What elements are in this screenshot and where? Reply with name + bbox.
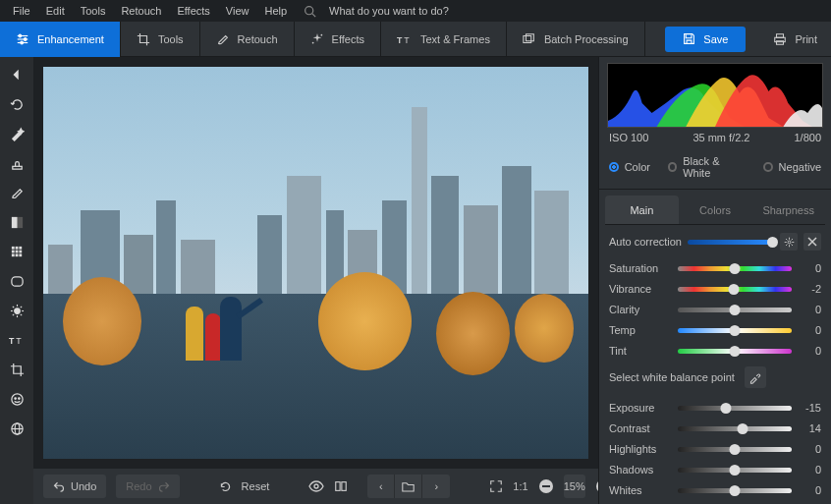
tab-tools[interactable]: Tools xyxy=(121,22,200,57)
radio-bw[interactable] xyxy=(668,162,678,172)
reset-icon xyxy=(219,480,232,493)
redo-button[interactable]: Redo xyxy=(116,475,179,498)
text-tool-icon[interactable]: TT xyxy=(7,330,27,350)
menu-effects[interactable]: Effects xyxy=(170,2,216,20)
slider-exposure[interactable] xyxy=(678,406,792,411)
compare-toggle[interactable] xyxy=(334,475,348,498)
menu-file[interactable]: File xyxy=(6,2,37,20)
slider-clarity[interactable] xyxy=(678,308,792,312)
slider-contrast-value: 14 xyxy=(800,422,821,434)
ptab-main[interactable]: Main xyxy=(605,196,679,224)
paint-brush-icon[interactable] xyxy=(7,183,27,202)
reset-button[interactable] xyxy=(219,475,232,498)
stamp-icon[interactable] xyxy=(7,153,27,173)
tab-effects-label: Effects xyxy=(332,33,364,45)
mode-color-label: Color xyxy=(625,161,650,173)
print-button[interactable]: Print xyxy=(759,32,831,46)
rotate-icon[interactable] xyxy=(7,94,27,114)
svg-rect-24 xyxy=(15,250,18,252)
wand-icon[interactable] xyxy=(7,124,27,143)
menu-edit[interactable]: Edit xyxy=(39,2,72,20)
globe-icon[interactable] xyxy=(7,419,27,438)
zoom-out[interactable] xyxy=(538,475,554,498)
ptab-sharpness[interactable]: Sharpness xyxy=(751,196,825,224)
print-label: Print xyxy=(795,33,817,45)
undo-icon xyxy=(53,480,65,492)
eyedropper-button[interactable] xyxy=(745,366,766,388)
preview-toggle[interactable] xyxy=(308,475,324,498)
svg-rect-28 xyxy=(19,253,22,256)
svg-rect-29 xyxy=(11,276,22,285)
fit-screen[interactable] xyxy=(489,475,503,498)
slider-vibrance-label: Vibrance xyxy=(609,283,670,295)
crop-tool-icon[interactable] xyxy=(7,360,27,379)
slider-temp[interactable] xyxy=(678,328,792,333)
zoom-level[interactable]: 15% xyxy=(564,475,585,498)
menu-tools[interactable]: Tools xyxy=(74,2,113,20)
menu-view[interactable]: View xyxy=(219,2,256,20)
auto-close[interactable] xyxy=(803,233,821,251)
tab-text-frames[interactable]: TT Text & Frames xyxy=(381,22,507,57)
auto-correction-slider[interactable] xyxy=(688,240,774,245)
svg-rect-12 xyxy=(524,35,531,42)
face-icon[interactable] xyxy=(7,389,27,409)
nav-group: ‹ › xyxy=(367,475,450,498)
search-area[interactable]: What do you want to do? xyxy=(304,2,456,20)
svg-point-43 xyxy=(18,397,20,399)
slider-shadows[interactable] xyxy=(678,468,792,473)
zoom-ratio[interactable]: 1:1 xyxy=(513,480,527,492)
save-label: Save xyxy=(703,33,728,45)
light-icon[interactable] xyxy=(7,301,27,320)
back-button[interactable] xyxy=(7,65,27,84)
radio-negative[interactable] xyxy=(763,162,773,172)
slider-contrast[interactable] xyxy=(678,426,792,431)
color-mode-row: Color Black & White Negative xyxy=(599,149,831,190)
svg-line-36 xyxy=(20,313,21,314)
slider-contrast-label: Contrast xyxy=(609,422,670,434)
histogram xyxy=(607,63,823,128)
tab-batch[interactable]: Batch Processing xyxy=(507,22,645,57)
tab-effects[interactable]: Effects xyxy=(295,22,381,57)
save-icon xyxy=(683,32,695,45)
ptab-colors[interactable]: Colors xyxy=(679,196,752,224)
image-canvas[interactable] xyxy=(43,67,588,459)
slider-saturation[interactable] xyxy=(678,266,792,271)
slider-temp-value: 0 xyxy=(800,324,821,336)
menu-help[interactable]: Help xyxy=(257,2,294,20)
pattern-icon[interactable] xyxy=(7,242,27,261)
vignette-icon[interactable] xyxy=(7,271,27,291)
slider-whites[interactable] xyxy=(678,488,792,493)
slider-vibrance-value: -2 xyxy=(800,283,821,295)
prev-image[interactable]: ‹ xyxy=(367,475,395,498)
tab-enhancement[interactable]: Enhancement xyxy=(0,22,121,57)
svg-point-0 xyxy=(305,6,313,14)
close-icon xyxy=(807,237,817,247)
next-image[interactable]: › xyxy=(422,475,450,498)
save-button[interactable]: Save xyxy=(665,27,746,52)
redo-icon xyxy=(158,480,170,492)
slider-highlights-label: Highlights xyxy=(609,443,670,455)
gradient-icon[interactable] xyxy=(7,212,27,232)
crop-icon xyxy=(137,32,150,46)
svg-point-5 xyxy=(19,34,22,37)
undo-button[interactable]: Undo xyxy=(43,475,106,498)
tab-batch-label: Batch Processing xyxy=(544,33,629,45)
tab-retouch[interactable]: Retouch xyxy=(200,22,295,57)
fit-icon xyxy=(489,479,503,493)
radio-color[interactable] xyxy=(609,162,619,172)
auto-correction-label: Auto correction xyxy=(609,236,682,248)
slider-tint[interactable] xyxy=(678,349,792,354)
svg-rect-19 xyxy=(11,216,17,227)
slider-highlights-value: 0 xyxy=(800,443,821,455)
gear-icon xyxy=(784,237,795,248)
svg-rect-51 xyxy=(542,485,550,487)
slider-vibrance[interactable] xyxy=(678,287,792,292)
menu-retouch[interactable]: Retouch xyxy=(114,2,168,20)
svg-line-35 xyxy=(12,306,13,307)
browse-folder[interactable] xyxy=(395,475,422,498)
auto-settings[interactable] xyxy=(780,233,798,251)
iso-value: ISO 100 xyxy=(609,132,648,143)
slider-clarity-label: Clarity xyxy=(609,304,670,315)
slider-highlights[interactable] xyxy=(678,447,792,452)
slider-whites-value: 0 xyxy=(800,484,821,496)
